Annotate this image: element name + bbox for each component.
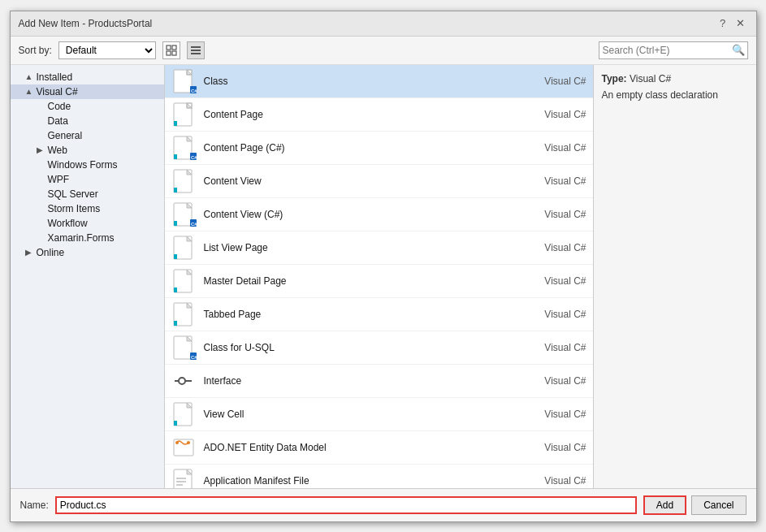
sidebar-label-visual-cs: Visual C# — [37, 86, 78, 97]
sidebar-item-workflow[interactable]: Workflow — [11, 216, 164, 231]
sidebar-item-visual-cs[interactable]: ▲ Visual C# — [11, 84, 164, 99]
expand-icon-installed: ▲ — [25, 72, 37, 81]
svg-text:C#: C# — [191, 155, 197, 160]
item-icon-interface — [171, 368, 197, 394]
svg-rect-1 — [172, 45, 176, 50]
sidebar-item-web[interactable]: ▶ Web — [11, 143, 164, 158]
svg-rect-20 — [174, 154, 177, 159]
sidebar-item-windows-forms[interactable]: Windows Forms — [11, 158, 164, 172]
item-type-content-view-cs: Visual C# — [521, 209, 586, 220]
sidebar-label-sql-server: SQL Server — [48, 188, 98, 200]
expand-icon-web: ▶ — [37, 145, 48, 154]
info-type-value: Visual C# — [630, 73, 671, 84]
sidebar-item-sql-server[interactable]: SQL Server — [11, 187, 164, 201]
item-row[interactable]: Content Page Visual C# — [165, 98, 593, 132]
action-buttons: Add Cancel — [643, 495, 747, 515]
sidebar: ▲ Installed ▲ Visual C# Code Data — [11, 65, 165, 488]
item-row[interactable]: List View Page Visual C# — [165, 231, 593, 265]
sidebar-label-wpf: WPF — [48, 174, 70, 185]
sidebar-item-online[interactable]: ▶ Online — [11, 245, 164, 260]
item-row[interactable]: Interface Visual C# — [165, 365, 593, 398]
item-row[interactable]: C# Content View (C#) Visual C# — [165, 198, 593, 231]
item-type-content-view: Visual C# — [521, 175, 586, 187]
list-view-button[interactable] — [187, 41, 205, 59]
dialog: Add New Item - ProductsPortal ? ✕ Sort b… — [10, 11, 757, 522]
sidebar-item-wpf[interactable]: WPF — [11, 172, 164, 187]
search-input[interactable] — [599, 45, 729, 56]
item-name-tabbed-page: Tabbed Page — [204, 309, 521, 320]
item-icon-class: C# — [171, 68, 197, 94]
sidebar-label-online: Online — [37, 247, 65, 258]
name-label: Name: — [20, 500, 49, 511]
close-button[interactable]: ✕ — [734, 16, 748, 31]
expand-icon-general — [37, 131, 48, 140]
sidebar-label-windows-forms: Windows Forms — [48, 159, 118, 171]
item-name-app-manifest: Application Manifest File — [204, 475, 521, 487]
svg-rect-28 — [174, 221, 177, 226]
item-name-class-usql: Class for U-SQL — [204, 342, 521, 353]
svg-text:C#: C# — [191, 355, 197, 360]
help-button[interactable]: ? — [716, 16, 730, 31]
item-icon-view-cell — [171, 401, 197, 427]
title-bar: Add New Item - ProductsPortal ? ✕ — [11, 11, 756, 37]
cancel-button[interactable]: Cancel — [691, 495, 746, 515]
item-row[interactable]: Application Manifest File Visual C# — [165, 465, 593, 488]
expand-icon-visual-cs: ▲ — [25, 87, 37, 96]
sidebar-item-xamarin-forms[interactable]: Xamarin.Forms — [11, 231, 164, 245]
sidebar-label-installed: Installed — [37, 71, 73, 83]
item-type-ado-entity: Visual C# — [521, 442, 586, 453]
sidebar-label-storm-items: Storm Items — [48, 203, 101, 214]
svg-rect-55 — [176, 484, 183, 486]
item-type-content-page-cs: Visual C# — [521, 142, 586, 154]
info-panel: Type: Visual C# An empty class declarati… — [594, 65, 756, 488]
item-list: C# Class Visual C# — [165, 65, 594, 488]
expand-icon-storm-items — [37, 204, 48, 213]
name-input[interactable] — [55, 496, 637, 514]
svg-rect-37 — [174, 321, 177, 326]
item-type-app-manifest: Visual C# — [521, 475, 586, 487]
sidebar-item-code[interactable]: Code — [11, 99, 164, 114]
add-button[interactable]: Add — [643, 495, 686, 515]
item-icon-class-usql: C# — [171, 335, 197, 361]
sort-label: Sort by: — [19, 45, 52, 56]
item-row[interactable]: Tabbed Page Visual C# — [165, 298, 593, 331]
item-icon-content-view — [171, 168, 197, 194]
bottom-bar: Name: Add Cancel — [11, 488, 756, 521]
sort-select[interactable]: Default — [58, 41, 156, 59]
item-name-content-page-cs: Content Page (C#) — [204, 142, 521, 154]
item-type-class: Visual C# — [521, 76, 586, 87]
sidebar-item-general[interactable]: General — [11, 128, 164, 143]
search-button[interactable]: 🔍 — [729, 41, 747, 59]
item-icon-app-manifest — [171, 468, 197, 488]
grid-view-button[interactable] — [162, 41, 180, 59]
item-row[interactable]: Master Detail Page Visual C# — [165, 265, 593, 298]
expand-icon-wpf — [37, 175, 48, 184]
item-icon-content-page — [171, 102, 197, 128]
item-row[interactable]: C# Content Page (C#) Visual C# — [165, 132, 593, 165]
sidebar-item-installed[interactable]: ▲ Installed — [11, 70, 164, 84]
list-icon — [190, 45, 201, 56]
svg-rect-6 — [191, 53, 201, 54]
item-icon-list-view-page — [171, 235, 197, 261]
svg-rect-0 — [167, 45, 171, 50]
expand-icon-windows-forms — [37, 160, 48, 169]
search-box: 🔍 — [599, 41, 748, 59]
sidebar-label-workflow: Workflow — [48, 218, 88, 229]
item-row[interactable]: ADO.NET Entity Data Model Visual C# — [165, 431, 593, 465]
sidebar-item-storm-items[interactable]: Storm Items — [11, 201, 164, 216]
svg-rect-47 — [174, 421, 177, 426]
sidebar-item-data[interactable]: Data — [11, 114, 164, 128]
svg-point-50 — [187, 441, 190, 444]
svg-rect-4 — [191, 46, 201, 48]
svg-point-49 — [175, 441, 179, 444]
sidebar-label-code: Code — [48, 101, 71, 112]
item-icon-tabbed-page — [171, 301, 197, 327]
item-type-interface: Visual C# — [521, 375, 586, 387]
item-row[interactable]: C# Class Visual C# — [165, 65, 593, 98]
sidebar-label-data: Data — [48, 115, 68, 127]
svg-rect-31 — [174, 254, 177, 259]
sidebar-label-general: General — [48, 130, 83, 141]
item-row[interactable]: Content View Visual C# — [165, 165, 593, 198]
item-row[interactable]: View Cell Visual C# — [165, 398, 593, 431]
item-row[interactable]: C# Class for U-SQL Visual C# — [165, 331, 593, 365]
